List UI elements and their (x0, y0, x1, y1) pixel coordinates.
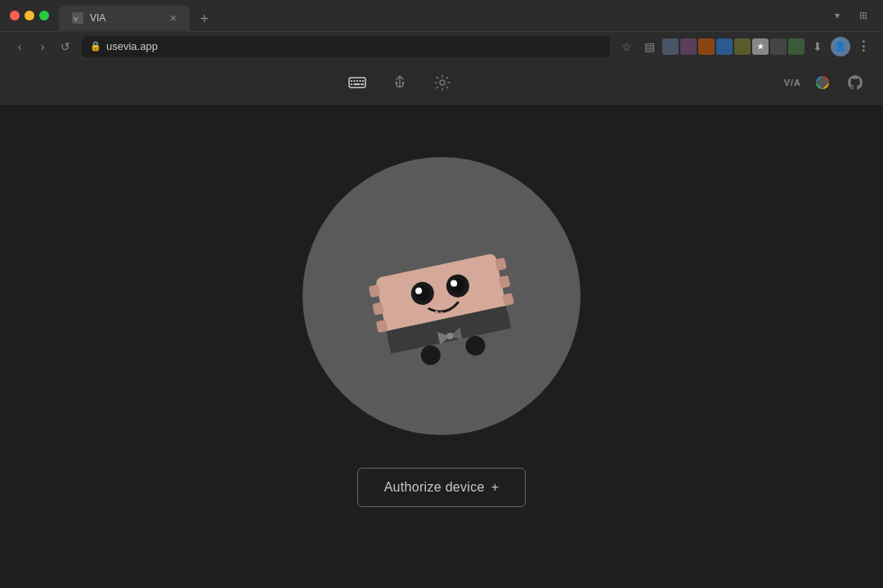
keyboard-config-button[interactable] (346, 71, 369, 94)
extension-3[interactable] (698, 38, 715, 55)
svg-point-15 (440, 80, 445, 85)
usb-icon (391, 74, 409, 92)
github-button[interactable] (844, 71, 867, 94)
traffic-lights (10, 11, 49, 20)
svg-rect-10 (355, 83, 360, 85)
reload-button[interactable]: ↺ (56, 37, 75, 56)
new-tab-button[interactable]: + (193, 7, 216, 30)
browser-chrome: V VIA × + ▾ ⊞ ‹ › ↺ 🔒 usevia.app ☆ ▤ (0, 0, 883, 61)
keyboard-icon (347, 73, 367, 92)
url-bar[interactable]: 🔒 usevia.app (82, 36, 610, 57)
color-theme-button[interactable] (811, 71, 834, 94)
toolbar-right: V/A (784, 71, 867, 94)
tab-title: VIA (90, 12, 105, 24)
main-content: Authorize device + (0, 105, 883, 559)
close-window-button[interactable] (10, 11, 20, 20)
browser-menu-dots[interactable]: ⋮ (854, 37, 873, 56)
url-text: usevia.app (106, 40, 158, 52)
app-area: V/A (0, 61, 883, 559)
back-button[interactable]: ‹ (10, 37, 29, 56)
svg-rect-7 (362, 80, 364, 82)
mascot-circle (303, 157, 580, 435)
authorize-device-button[interactable]: Authorize device + (357, 468, 527, 507)
extension-7[interactable] (770, 38, 787, 55)
github-icon (847, 74, 863, 91)
forward-button[interactable]: › (33, 37, 52, 56)
lock-icon: 🔒 (90, 41, 101, 52)
color-wheel-icon (814, 74, 831, 91)
extension-8[interactable] (788, 38, 805, 55)
usb-devices-button[interactable] (388, 71, 411, 94)
title-bar: V VIA × + ▾ ⊞ (0, 0, 883, 31)
download-button[interactable]: ⬇ (808, 37, 827, 56)
maximize-window-button[interactable] (39, 11, 49, 20)
authorize-button-plus: + (491, 480, 500, 495)
svg-point-34 (419, 343, 442, 366)
browser-menu-button[interactable]: ⊞ (854, 6, 873, 25)
settings-icon (433, 74, 451, 92)
extension-1[interactable] (662, 38, 679, 55)
svg-rect-3 (351, 80, 352, 82)
extension-2[interactable] (680, 38, 697, 55)
active-tab[interactable]: V VIA × (59, 6, 190, 30)
svg-rect-5 (356, 80, 358, 82)
toolbar-center (346, 71, 454, 94)
svg-point-35 (464, 334, 486, 357)
svg-rect-4 (354, 80, 356, 82)
extensions-area: ★ (662, 38, 805, 55)
bookmark-button[interactable]: ☆ (616, 37, 636, 56)
via-badge: V/A (784, 78, 801, 88)
extension-4[interactable] (716, 38, 733, 55)
profile-button[interactable]: 👤 (831, 37, 850, 56)
settings-button[interactable] (431, 71, 454, 94)
keyboard-mascot (352, 222, 531, 370)
tab-dropdown-button[interactable]: ▾ (827, 6, 847, 25)
authorize-button-label: Authorize device (384, 480, 485, 495)
reader-mode-button[interactable]: ▤ (639, 37, 659, 56)
svg-rect-2 (349, 78, 365, 88)
tab-bar: V VIA × + (59, 1, 821, 30)
extension-6[interactable]: ★ (752, 38, 769, 55)
svg-rect-8 (351, 83, 352, 85)
svg-rect-11 (361, 83, 362, 85)
browser-actions: ☆ ▤ ★ ⬇ 👤 ⋮ (616, 37, 873, 56)
app-toolbar: V/A (0, 61, 883, 105)
svg-rect-14 (402, 82, 405, 84)
nav-buttons: ‹ › ↺ (10, 37, 75, 56)
svg-text:V: V (74, 16, 78, 23)
tab-favicon: V (72, 12, 83, 24)
svg-point-13 (396, 81, 398, 83)
svg-rect-6 (360, 80, 361, 82)
extension-5[interactable] (734, 38, 751, 55)
address-bar: ‹ › ↺ 🔒 usevia.app ☆ ▤ ★ ⬇ (0, 31, 883, 61)
tab-close-button[interactable]: × (170, 11, 177, 25)
svg-rect-12 (362, 83, 364, 85)
minimize-window-button[interactable] (25, 11, 34, 20)
